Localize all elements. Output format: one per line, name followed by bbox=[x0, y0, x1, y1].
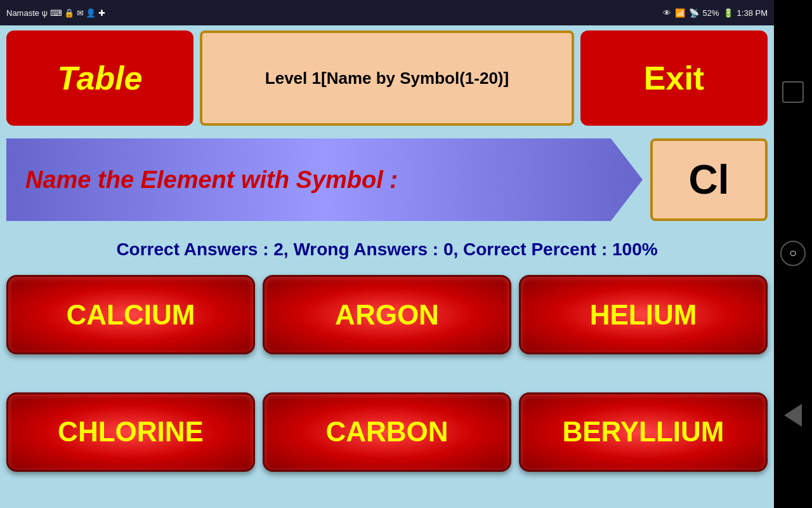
score-area: Correct Answers : 2, Wrong Answers : 0, … bbox=[6, 231, 768, 269]
answer-argon-button[interactable]: ARGON bbox=[263, 275, 511, 354]
app-container: Namaste ψ ⌨ 🔒 ✉ 👤 ✚ 👁 📶 📡 52% 🔋 1:38 PM … bbox=[0, 0, 774, 508]
answer-carbon-button[interactable]: CARBON bbox=[263, 392, 511, 472]
exit-button[interactable]: Exit bbox=[580, 30, 768, 126]
status-right: 👁 📶 📡 52% 🔋 1:38 PM bbox=[663, 8, 768, 18]
status-eye-icon: 👁 bbox=[663, 8, 671, 18]
nav-back-button[interactable] bbox=[784, 404, 802, 427]
status-signal-icon: 📡 bbox=[689, 8, 699, 18]
table-button[interactable]: Table bbox=[6, 30, 193, 126]
answer-helium-button[interactable]: HELIUM bbox=[519, 275, 768, 354]
top-bar: Table Level 1[Name by Symbol(1-20)] Exit bbox=[6, 30, 768, 129]
status-wifi-icon: 📶 bbox=[675, 8, 685, 18]
question-arrow: Name the Element with Symbol : bbox=[6, 138, 643, 221]
level-display: Level 1[Name by Symbol(1-20)] bbox=[200, 30, 574, 126]
score-text: Correct Answers : 2, Wrong Answers : 0, … bbox=[116, 239, 657, 260]
answers-grid: CALCIUMARGONHELIUMCHLORINECARBONBERYLLIU… bbox=[6, 275, 768, 502]
question-text: Name the Element with Symbol : bbox=[25, 166, 398, 194]
nav-square-button[interactable] bbox=[782, 81, 804, 103]
status-bar: Namaste ψ ⌨ 🔒 ✉ 👤 ✚ 👁 📶 📡 52% 🔋 1:38 PM bbox=[0, 0, 774, 25]
answer-chlorine-button[interactable]: CHLORINE bbox=[6, 392, 255, 472]
status-battery-icon: 🔋 bbox=[723, 8, 733, 18]
status-left-text: Namaste ψ ⌨ 🔒 ✉ 👤 ✚ bbox=[6, 8, 105, 18]
status-battery-text: 52% bbox=[703, 8, 719, 18]
symbol-box: Cl bbox=[650, 138, 768, 221]
nav-circle-button[interactable]: ○ bbox=[780, 241, 806, 266]
answer-calcium-button[interactable]: CALCIUM bbox=[6, 275, 255, 354]
answer-beryllium-button[interactable]: BERYLLIUM bbox=[519, 392, 768, 472]
status-left: Namaste ψ ⌨ 🔒 ✉ 👤 ✚ bbox=[6, 8, 105, 18]
level-text: Level 1[Name by Symbol(1-20)] bbox=[265, 69, 509, 88]
status-time: 1:38 PM bbox=[737, 8, 768, 18]
symbol-text: Cl bbox=[689, 156, 730, 203]
right-nav: ○ bbox=[774, 0, 812, 508]
question-area: Name the Element with Symbol : Cl bbox=[6, 135, 768, 224]
